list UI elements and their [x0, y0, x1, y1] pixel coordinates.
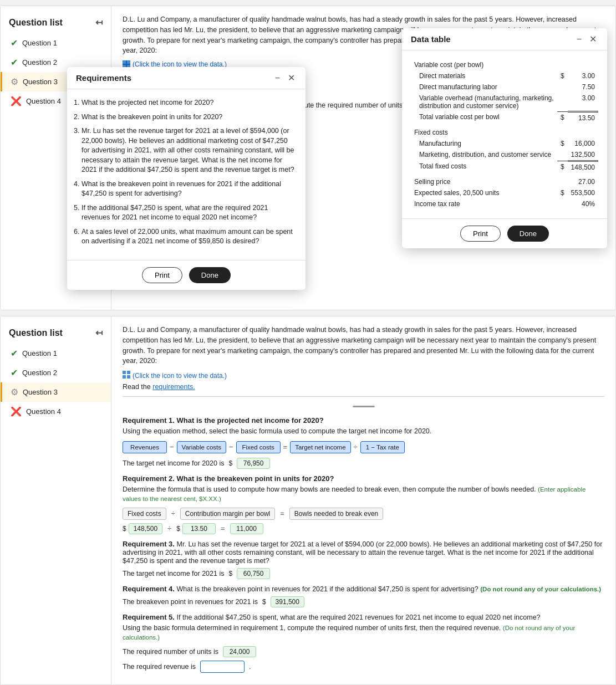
x-icon-q4-s2: ❌ [11, 406, 22, 417]
req5-heading: Requirement 5. If the additional $47,250… [123, 613, 604, 621]
req-modal-close[interactable]: ✕ [286, 73, 297, 83]
req-item-5: If the additional $47,250 is spent, what… [82, 203, 297, 223]
dt-modal-close[interactable]: ✕ [588, 34, 598, 44]
dt-row-tfc: Total fixed costs $ 148,500 [411, 161, 598, 173]
result-label-cell: Bowls needed to break even [289, 508, 383, 520]
data-table-modal: Data table − ✕ Variable cost (per bowl) … [402, 28, 607, 248]
dt-row-mktg: Marketing, distribution, and customer se… [411, 149, 598, 161]
req2-section: Requirement 2. What is the breakeven poi… [123, 474, 604, 534]
dt-row-sp: Selling price 27.00 [411, 176, 598, 187]
check-icon-q2: ✔ [11, 57, 18, 68]
req1-section: Requirement 1. What is the projected net… [123, 416, 604, 469]
req4-section: Requirement 4. What is the breakeven poi… [123, 585, 604, 607]
req-modal-body: What is the projected net income for 202… [67, 89, 306, 260]
req1-net-income-val[interactable]: 76,950 [237, 458, 270, 469]
sidebar-item-q4-s2[interactable]: ❌ Question 4 [1, 402, 111, 421]
check-icon-q2-s2: ✔ [11, 367, 18, 378]
fc-header: Fixed costs [411, 127, 598, 138]
sidebar-section2: Question list ↤ ✔ Question 1 ✔ Question … [1, 316, 111, 684]
vc-cell[interactable]: Variable costs [177, 441, 226, 453]
dt-row-dml: Direct manufacturing labor 7.50 [411, 81, 598, 93]
grid-icon-s2 [123, 371, 130, 380]
req-modal-title: Requirements [76, 73, 131, 83]
req4-breakeven-row: The breakeven point in revenues for 2021… [123, 596, 604, 607]
req3-heading: Requirement 3. Mr. Lu has set the revenu… [123, 540, 604, 565]
collapse-icon-s2[interactable]: ↤ [95, 328, 103, 338]
req5-section: Requirement 5. If the additional $47,250… [123, 613, 604, 673]
req3-section: Requirement 3. Mr. Lu has set the revenu… [123, 540, 604, 579]
req-modal-minimize[interactable]: − [273, 73, 282, 83]
req2-breakeven-bar: Fixed costs ÷ Contribution margin per bo… [123, 508, 604, 520]
req-item-6: At a sales level of 22,000 units, what m… [82, 227, 297, 247]
contrib-label-cell: Contribution margin per bowl [180, 508, 275, 520]
req1-subtext: Using the equation method, select the ba… [123, 427, 604, 437]
req2-subtext: Determine the formula that is used to co… [123, 485, 604, 504]
sidebar-item-q3-s2[interactable]: ⚙ Question 3 [1, 382, 111, 402]
problem-text-s2: D.L. Lu and Company, a manufacturer of q… [123, 325, 604, 366]
req-modal-footer: Print Done [67, 260, 306, 290]
dt-modal-print-btn[interactable]: Print [460, 226, 501, 242]
dt-row-voh: Variable overhead (manufacturing, market… [411, 93, 598, 111]
dt-modal-header: Data table − ✕ [402, 28, 607, 50]
dt-row-dm: Direct materials $ 3.00 [411, 70, 598, 81]
tax-cell[interactable]: 1 − Tax rate [360, 441, 405, 453]
check-icon-q1-s2: ✔ [11, 348, 18, 359]
sidebar-item-q1-s2[interactable]: ✔ Question 1 [1, 344, 111, 363]
req2-result-val[interactable]: 11,000 [230, 523, 263, 534]
requirements-link-s2[interactable]: requirements. [152, 383, 195, 391]
x-icon-q4: ❌ [11, 96, 22, 106]
dt-modal-minimize[interactable]: − [575, 34, 583, 44]
data-icon-link-s2[interactable]: (Click the icon to view the data.) [123, 371, 227, 380]
fc-cell[interactable]: Fixed costs [236, 441, 281, 453]
req5-revenue-input[interactable] [200, 661, 245, 673]
fc-label-cell: Fixed costs [123, 508, 166, 520]
req3-net-income-val[interactable]: 60,750 [237, 568, 270, 579]
req5-units-row: The required number of units is 24,000 [123, 646, 604, 657]
dt-modal-controls: − ✕ [575, 34, 598, 44]
req-modal-header: Requirements − ✕ [67, 67, 306, 89]
req1-net-income-row: The target net income for 2020 is $ 76,9… [123, 458, 604, 469]
req-item-1: What is the projected net income for 202… [82, 98, 297, 108]
main-content-section2: D.L. Lu and Company, a manufacturer of q… [111, 316, 615, 684]
svg-rect-7 [127, 375, 130, 379]
req-item-2: What is the breakeven point in units for… [82, 113, 297, 122]
req1-formula-bar: Revenues − Variable costs − Fixed costs … [123, 441, 604, 453]
dt-modal-title: Data table [411, 34, 451, 44]
req2-contrib-val[interactable]: 13.50 [182, 523, 216, 534]
svg-rect-4 [123, 371, 126, 374]
req-item-4: What is the breakeven point in revenues … [82, 180, 297, 199]
req3-net-income-row: The target net income for 2021 is $ 60,7… [123, 568, 604, 579]
settings-icon-q3-s2: ⚙ [11, 387, 18, 397]
svg-rect-5 [127, 371, 130, 374]
tni-cell[interactable]: Target net income [290, 441, 350, 453]
read-req-s2: Read the requirements. [123, 383, 604, 391]
dt-row-es: Expected sales, 20,500 units $ 553,500 [411, 187, 598, 198]
req5-units-val[interactable]: 24,000 [223, 646, 256, 657]
req-item-3: Mr. Lu has set the revenue target for 20… [82, 126, 297, 175]
sidebar-item-q2-s2[interactable]: ✔ Question 2 [1, 363, 111, 382]
rev-cell[interactable]: Revenues [123, 441, 167, 453]
req4-breakeven-val[interactable]: 391,500 [271, 596, 304, 607]
check-icon-q1: ✔ [11, 38, 18, 48]
req2-values-bar: $ 148,500 ÷ $ 13.50 = 11,000 [123, 523, 604, 534]
req4-heading: Requirement 4. What is the breakeven poi… [123, 585, 604, 593]
req-modal-done-btn[interactable]: Done [189, 267, 231, 283]
sidebar-item-q1[interactable]: ✔ Question 1 [1, 33, 111, 53]
settings-icon-q3: ⚙ [11, 76, 18, 87]
req2-heading: Requirement 2. What is the breakeven poi… [123, 474, 604, 483]
req-list: What is the projected net income for 202… [76, 98, 297, 247]
req1-heading: Requirement 1. What is the projected net… [123, 416, 604, 425]
dt-row-itr: Income tax rate 40% [411, 198, 598, 209]
req-modal-print-btn[interactable]: Print [142, 267, 182, 283]
sidebar-title: Question list ↤ [1, 12, 111, 33]
req2-fc-val[interactable]: 148,500 [129, 523, 162, 534]
svg-rect-0 [123, 60, 126, 64]
collapse-icon[interactable]: ↤ [95, 17, 103, 28]
divider-s2 [123, 396, 604, 397]
req5-revenue-row: The required revenue is . [123, 661, 604, 673]
vc-header: Variable cost (per bowl) [411, 59, 598, 70]
dt-modal-done-btn[interactable]: Done [507, 226, 549, 242]
requirements-modal: Requirements − ✕ What is the projected n… [67, 67, 306, 290]
dt-modal-body: Variable cost (per bowl) Direct material… [402, 50, 607, 218]
dt-modal-footer: Print Done [402, 218, 607, 248]
